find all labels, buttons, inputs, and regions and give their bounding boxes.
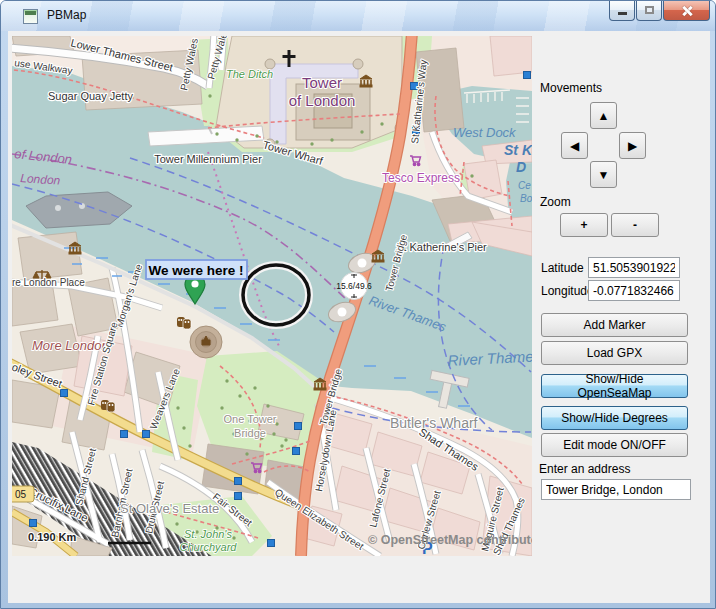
movements-label: Movements bbox=[540, 81, 602, 95]
address-input[interactable] bbox=[541, 479, 691, 500]
toggle-openseamap-button[interactable]: Show/Hide OpenSeaMap bbox=[541, 374, 688, 398]
water-label: West Dock bbox=[453, 125, 517, 140]
close-button[interactable] bbox=[663, 1, 710, 21]
scale-text: 0.190 Km bbox=[28, 531, 77, 543]
form-client-area: 15.6/49.6 P bbox=[8, 31, 710, 603]
edit-mode-button[interactable]: Edit mode ON/OFF bbox=[541, 433, 688, 457]
longitude-input[interactable] bbox=[588, 280, 680, 301]
place-label: The Ditch bbox=[226, 68, 273, 80]
zoom-label: Zoom bbox=[540, 195, 571, 209]
place-label: of London bbox=[289, 92, 356, 109]
minimize-icon bbox=[618, 12, 627, 15]
arrow-up-icon: ▲ bbox=[598, 109, 610, 123]
svg-text:05: 05 bbox=[15, 489, 27, 500]
arrow-right-icon: ▶ bbox=[628, 139, 637, 153]
move-left-button[interactable]: ◀ bbox=[561, 132, 588, 159]
water-label: St Ka bbox=[504, 142, 532, 158]
load-gpx-button[interactable]: Load GPX bbox=[541, 341, 688, 365]
latitude-input[interactable] bbox=[588, 257, 680, 278]
boundary-label: London bbox=[20, 171, 61, 188]
latitude-label: Latitude bbox=[541, 261, 584, 275]
minimize-button[interactable] bbox=[609, 1, 635, 21]
svg-text:We were here !: We were here ! bbox=[148, 263, 243, 278]
app-icon bbox=[23, 9, 38, 24]
attribution: © OpenStreetMap contributors bbox=[368, 533, 532, 547]
map-svg: 15.6/49.6 P bbox=[12, 36, 532, 556]
address-label: Enter an address bbox=[539, 462, 630, 476]
close-icon bbox=[681, 5, 693, 17]
toggle-degrees-button[interactable]: Show/Hide Degrees bbox=[541, 406, 688, 430]
place-label: Butler's Wharf bbox=[390, 415, 478, 431]
move-down-button[interactable]: ▼ bbox=[590, 161, 617, 188]
maximize-icon bbox=[645, 6, 654, 14]
add-marker-button[interactable]: Add Marker bbox=[541, 313, 688, 337]
water-label: Ce bbox=[518, 180, 531, 191]
place-label: St. John's bbox=[184, 528, 232, 540]
place-label: St Katherine's Pier bbox=[396, 241, 487, 253]
place-label: One Tower bbox=[224, 413, 277, 425]
place-label: Sugar Quay Jetty bbox=[48, 90, 133, 102]
map-viewport[interactable]: 15.6/49.6 P bbox=[12, 36, 532, 556]
place-label: More London bbox=[32, 338, 109, 353]
street-label: More London Place bbox=[12, 277, 85, 288]
bridge-clearance-text: 15.6/49.6 bbox=[336, 281, 372, 291]
longitude-label: Longitude bbox=[541, 284, 594, 298]
marker-tooltip: We were here ! bbox=[146, 260, 247, 279]
arrow-down-icon: ▼ bbox=[598, 168, 610, 182]
scoop-amphitheatre bbox=[190, 326, 222, 358]
place-label: Churchyard bbox=[180, 541, 238, 553]
zoom-in-button[interactable]: + bbox=[560, 213, 608, 237]
move-up-button[interactable]: ▲ bbox=[590, 102, 617, 129]
place-label: St Olave's Estate bbox=[120, 501, 219, 516]
water-label: D bbox=[516, 159, 526, 175]
window-title: PBMap bbox=[47, 8, 86, 22]
place-label: Tower Millennium Pier bbox=[154, 153, 262, 165]
maximize-button[interactable] bbox=[636, 1, 662, 21]
move-right-button[interactable]: ▶ bbox=[619, 132, 646, 159]
caption-buttons bbox=[608, 1, 710, 21]
poi-label: Tesco Express bbox=[382, 171, 460, 185]
place-label: Bridge bbox=[234, 427, 266, 439]
place-label: Tower bbox=[302, 74, 342, 91]
road-ref-shield: 05 bbox=[12, 486, 34, 502]
arrow-left-icon: ◀ bbox=[570, 139, 579, 153]
water-label: Bo bbox=[520, 193, 532, 204]
zoom-out-button[interactable]: - bbox=[611, 213, 659, 237]
app-window: PBMap bbox=[0, 0, 716, 609]
